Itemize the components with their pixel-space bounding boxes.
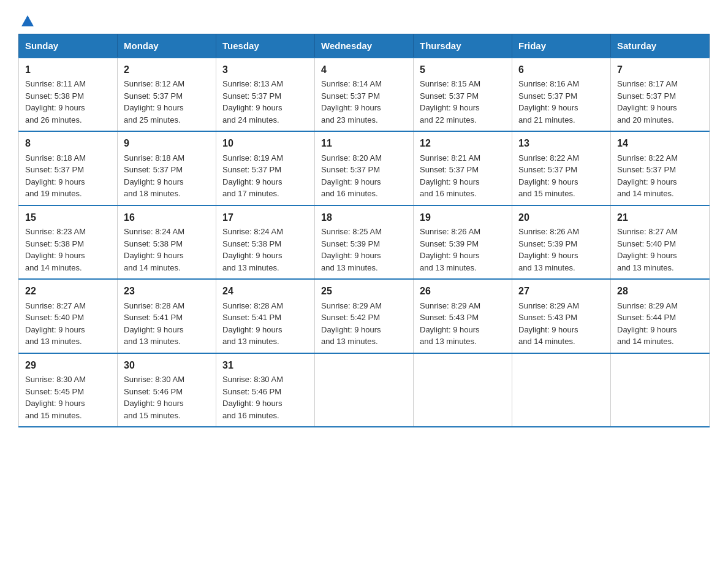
weekday-header-tuesday: Tuesday [216, 34, 315, 58]
calendar-day-cell: 20 Sunrise: 8:26 AMSunset: 5:39 PMDaylig… [512, 205, 611, 279]
calendar-day-cell [512, 353, 611, 427]
day-number: 29 [25, 358, 111, 372]
day-number: 28 [617, 284, 703, 298]
day-number: 3 [222, 63, 308, 77]
calendar-day-cell: 25 Sunrise: 8:29 AMSunset: 5:42 PMDaylig… [315, 279, 414, 353]
weekday-header-thursday: Thursday [414, 34, 512, 58]
calendar-day-cell: 16 Sunrise: 8:24 AMSunset: 5:38 PMDaylig… [118, 205, 216, 279]
day-number: 13 [518, 136, 604, 150]
day-info: Sunrise: 8:29 AMSunset: 5:44 PMDaylight:… [617, 301, 678, 347]
day-info: Sunrise: 8:26 AMSunset: 5:39 PMDaylight:… [518, 227, 579, 272]
day-info: Sunrise: 8:15 AMSunset: 5:37 PMDaylight:… [420, 79, 480, 124]
day-info: Sunrise: 8:28 AMSunset: 5:41 PMDaylight:… [124, 301, 184, 347]
day-number: 30 [124, 358, 210, 372]
day-info: Sunrise: 8:18 AMSunset: 5:37 PMDaylight:… [25, 153, 86, 199]
day-info: Sunrise: 8:14 AMSunset: 5:37 PMDaylight:… [321, 79, 382, 124]
day-info: Sunrise: 8:19 AMSunset: 5:37 PMDaylight:… [222, 153, 283, 199]
calendar-day-cell: 28 Sunrise: 8:29 AMSunset: 5:44 PMDaylig… [611, 279, 710, 353]
calendar-day-cell: 23 Sunrise: 8:28 AMSunset: 5:41 PMDaylig… [118, 279, 216, 353]
day-number: 4 [321, 63, 407, 77]
day-number: 9 [124, 136, 210, 150]
weekday-header-monday: Monday [118, 34, 216, 58]
day-info: Sunrise: 8:12 AMSunset: 5:37 PMDaylight:… [124, 79, 184, 124]
day-info: Sunrise: 8:22 AMSunset: 5:37 PMDaylight:… [518, 153, 579, 199]
calendar-day-cell: 4 Sunrise: 8:14 AMSunset: 5:37 PMDayligh… [315, 58, 414, 131]
calendar-day-cell: 24 Sunrise: 8:28 AMSunset: 5:41 PMDaylig… [216, 279, 315, 353]
calendar-day-cell [414, 353, 512, 427]
day-info: Sunrise: 8:22 AMSunset: 5:37 PMDaylight:… [617, 153, 678, 199]
day-info: Sunrise: 8:17 AMSunset: 5:37 PMDaylight:… [617, 79, 678, 124]
calendar-day-cell: 10 Sunrise: 8:19 AMSunset: 5:37 PMDaylig… [216, 131, 315, 205]
calendar-week-row: 29 Sunrise: 8:30 AMSunset: 5:45 PMDaylig… [19, 353, 710, 427]
calendar-day-cell: 27 Sunrise: 8:29 AMSunset: 5:43 PMDaylig… [512, 279, 611, 353]
calendar-day-cell: 29 Sunrise: 8:30 AMSunset: 5:45 PMDaylig… [19, 353, 118, 427]
day-number: 8 [25, 136, 111, 150]
day-info: Sunrise: 8:29 AMSunset: 5:43 PMDaylight:… [518, 301, 579, 347]
calendar-day-cell: 22 Sunrise: 8:27 AMSunset: 5:40 PMDaylig… [19, 279, 118, 353]
calendar-day-cell: 30 Sunrise: 8:30 AMSunset: 5:46 PMDaylig… [118, 353, 216, 427]
day-number: 26 [420, 284, 506, 298]
day-number: 16 [124, 210, 210, 224]
calendar-day-cell: 15 Sunrise: 8:23 AMSunset: 5:38 PMDaylig… [19, 205, 118, 279]
calendar-day-cell: 13 Sunrise: 8:22 AMSunset: 5:37 PMDaylig… [512, 131, 611, 205]
day-number: 7 [617, 63, 703, 77]
calendar-week-row: 1 Sunrise: 8:11 AMSunset: 5:38 PMDayligh… [19, 58, 710, 131]
day-info: Sunrise: 8:27 AMSunset: 5:40 PMDaylight:… [617, 227, 678, 272]
day-info: Sunrise: 8:28 AMSunset: 5:41 PMDaylight:… [222, 301, 283, 347]
day-number: 21 [617, 210, 703, 224]
calendar-day-cell: 7 Sunrise: 8:17 AMSunset: 5:37 PMDayligh… [611, 58, 710, 131]
calendar-day-cell: 12 Sunrise: 8:21 AMSunset: 5:37 PMDaylig… [414, 131, 512, 205]
calendar-table: SundayMondayTuesdayWednesdayThursdayFrid… [18, 34, 710, 427]
calendar-day-cell: 11 Sunrise: 8:20 AMSunset: 5:37 PMDaylig… [315, 131, 414, 205]
day-info: Sunrise: 8:30 AMSunset: 5:45 PMDaylight:… [25, 375, 86, 420]
calendar-day-cell: 9 Sunrise: 8:18 AMSunset: 5:37 PMDayligh… [118, 131, 216, 205]
calendar-day-cell: 14 Sunrise: 8:22 AMSunset: 5:37 PMDaylig… [611, 131, 710, 205]
day-number: 10 [222, 136, 308, 150]
day-info: Sunrise: 8:16 AMSunset: 5:37 PMDaylight:… [518, 79, 579, 124]
day-number: 22 [25, 284, 111, 298]
day-number: 11 [321, 136, 407, 150]
weekday-header-friday: Friday [512, 34, 611, 58]
day-info: Sunrise: 8:21 AMSunset: 5:37 PMDaylight:… [420, 153, 480, 199]
day-number: 1 [25, 63, 111, 77]
day-info: Sunrise: 8:27 AMSunset: 5:40 PMDaylight:… [25, 301, 86, 347]
day-number: 20 [518, 210, 604, 224]
day-number: 23 [124, 284, 210, 298]
day-info: Sunrise: 8:29 AMSunset: 5:43 PMDaylight:… [420, 301, 480, 347]
day-info: Sunrise: 8:26 AMSunset: 5:39 PMDaylight:… [420, 227, 480, 272]
weekday-header-saturday: Saturday [611, 34, 710, 58]
day-number: 25 [321, 284, 407, 298]
weekday-header-sunday: Sunday [19, 34, 118, 58]
day-info: Sunrise: 8:30 AMSunset: 5:46 PMDaylight:… [222, 375, 283, 420]
day-info: Sunrise: 8:24 AMSunset: 5:38 PMDaylight:… [124, 227, 184, 272]
calendar-week-row: 8 Sunrise: 8:18 AMSunset: 5:37 PMDayligh… [19, 131, 710, 205]
day-info: Sunrise: 8:23 AMSunset: 5:38 PMDaylight:… [25, 227, 86, 272]
calendar-day-cell: 17 Sunrise: 8:24 AMSunset: 5:38 PMDaylig… [216, 205, 315, 279]
page-header [18, 12, 710, 28]
calendar-day-cell: 8 Sunrise: 8:18 AMSunset: 5:37 PMDayligh… [19, 131, 118, 205]
day-number: 5 [420, 63, 506, 77]
day-number: 31 [222, 358, 308, 372]
day-number: 14 [617, 136, 703, 150]
day-info: Sunrise: 8:25 AMSunset: 5:39 PMDaylight:… [321, 227, 382, 272]
day-number: 24 [222, 284, 308, 298]
day-info: Sunrise: 8:30 AMSunset: 5:46 PMDaylight:… [124, 375, 184, 420]
day-info: Sunrise: 8:24 AMSunset: 5:38 PMDaylight:… [222, 227, 283, 272]
calendar-day-cell [611, 353, 710, 427]
calendar-header-row: SundayMondayTuesdayWednesdayThursdayFrid… [19, 34, 710, 58]
calendar-week-row: 22 Sunrise: 8:27 AMSunset: 5:40 PMDaylig… [19, 279, 710, 353]
day-number: 18 [321, 210, 407, 224]
calendar-day-cell: 18 Sunrise: 8:25 AMSunset: 5:39 PMDaylig… [315, 205, 414, 279]
day-info: Sunrise: 8:13 AMSunset: 5:37 PMDaylight:… [222, 79, 283, 124]
day-info: Sunrise: 8:29 AMSunset: 5:42 PMDaylight:… [321, 301, 382, 347]
day-number: 15 [25, 210, 111, 224]
calendar-day-cell: 2 Sunrise: 8:12 AMSunset: 5:37 PMDayligh… [118, 58, 216, 131]
logo-triangle-icon [21, 15, 34, 26]
calendar-day-cell: 26 Sunrise: 8:29 AMSunset: 5:43 PMDaylig… [414, 279, 512, 353]
day-number: 17 [222, 210, 308, 224]
calendar-day-cell: 1 Sunrise: 8:11 AMSunset: 5:38 PMDayligh… [19, 58, 118, 131]
calendar-day-cell [315, 353, 414, 427]
day-number: 12 [420, 136, 506, 150]
calendar-week-row: 15 Sunrise: 8:23 AMSunset: 5:38 PMDaylig… [19, 205, 710, 279]
calendar-day-cell: 6 Sunrise: 8:16 AMSunset: 5:37 PMDayligh… [512, 58, 611, 131]
